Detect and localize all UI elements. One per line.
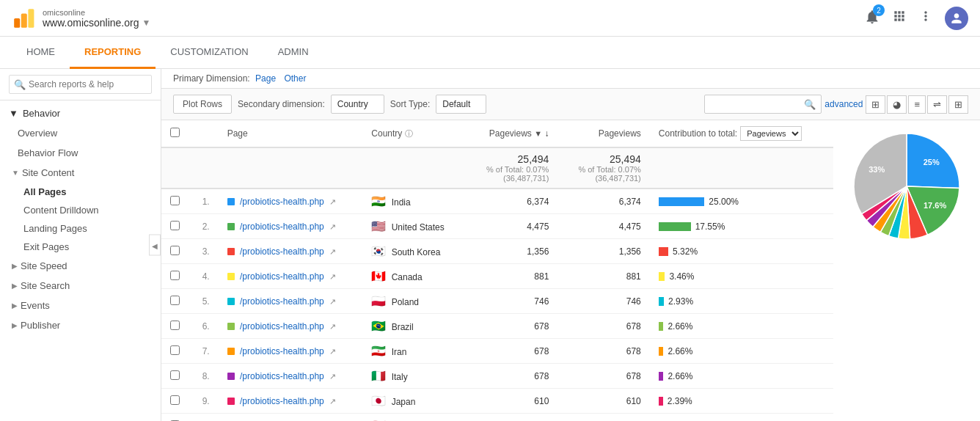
secondary-dim-dropdown[interactable]: Country: [331, 95, 384, 114]
search-input[interactable]: [9, 75, 152, 94]
row-checkbox[interactable]: [170, 271, 180, 280]
row-contribution: 17.55%: [650, 214, 833, 239]
row-checkbox[interactable]: [170, 370, 180, 380]
dropdown-arrow-icon[interactable]: ▼: [142, 18, 151, 28]
site-name: omicsonline: [43, 8, 150, 17]
page-link[interactable]: /probiotics-health.php: [240, 396, 324, 406]
row-checkbox[interactable]: [170, 196, 180, 205]
external-link-icon[interactable]: ↗: [329, 297, 336, 306]
row-checkbox-cell: [161, 264, 189, 289]
row-color-dot: [227, 248, 235, 255]
nav-reporting[interactable]: REPORTING: [70, 37, 156, 69]
external-link-icon[interactable]: ↗: [329, 247, 336, 256]
external-link-icon[interactable]: ↗: [329, 372, 336, 381]
row-checkbox[interactable]: [170, 321, 180, 330]
row-contribution: 2.66%: [650, 314, 833, 339]
row-contribution: 2.39%: [650, 389, 833, 414]
bar-icon: ≡: [914, 99, 920, 110]
sidebar-subsection-site-content[interactable]: ▼ Site Content: [0, 163, 161, 183]
plot-rows-button[interactable]: Plot Rows: [173, 95, 232, 114]
row-checkbox-cell: [161, 314, 189, 339]
row-country: 🇮🇹 Italy: [362, 364, 466, 389]
row-pageviews: 678: [466, 314, 557, 339]
advanced-link[interactable]: advanced: [824, 99, 863, 109]
country-flag: 🇺🇸: [371, 220, 386, 233]
sidebar-subsection-events[interactable]: ▶ Events: [0, 296, 161, 315]
external-link-icon[interactable]: ↗: [329, 397, 336, 406]
pageviews-sort-icon[interactable]: ↓: [544, 128, 549, 139]
secondary-dim-select[interactable]: Country: [331, 95, 384, 114]
page-link[interactable]: /probiotics-health.php: [240, 197, 324, 207]
page-link[interactable]: /probiotics-health.php: [240, 222, 324, 232]
primary-dimension-row: Primary Dimension: Page Other: [161, 69, 980, 89]
row-contribution: 25.00%: [650, 188, 833, 214]
row-page: /probiotics-health.php ↗: [219, 314, 363, 339]
external-link-icon[interactable]: ↗: [329, 272, 336, 281]
row-num: 2.: [189, 214, 219, 239]
dim-page-link[interactable]: Page: [255, 73, 276, 84]
view-bar-button[interactable]: ≡: [908, 95, 926, 114]
sidebar-subitem-content-drilldown[interactable]: Content Drilldown: [0, 201, 161, 219]
row-color-dot: [227, 348, 235, 355]
nav-customization[interactable]: CUSTOMIZATION: [156, 37, 263, 69]
sidebar-collapse-button[interactable]: ◀: [149, 235, 161, 256]
view-pie-button[interactable]: ◕: [887, 95, 907, 114]
row-checkbox[interactable]: [170, 296, 180, 305]
events-arrow: ▶: [12, 301, 18, 310]
row-checkbox[interactable]: [170, 246, 180, 255]
select-all-checkbox[interactable]: [170, 128, 180, 137]
row-pageviews2: 678: [557, 314, 649, 339]
main-nav: HOME REPORTING CUSTOMIZATION ADMIN: [0, 37, 980, 69]
page-link[interactable]: /probiotics-health.php: [240, 271, 324, 282]
external-link-icon[interactable]: ↗: [329, 347, 336, 356]
dim-other-link[interactable]: Other: [284, 73, 306, 84]
page-link[interactable]: /probiotics-health.php: [240, 371, 324, 381]
row-contribution: 2.66%: [650, 364, 833, 389]
view-grid-button[interactable]: ⊞: [866, 95, 885, 114]
row-checkbox[interactable]: [170, 345, 180, 355]
contribution-bar: [659, 222, 691, 231]
sidebar-item-behavior-flow[interactable]: Behavior Flow: [0, 143, 161, 163]
notification-button[interactable]: 2: [864, 9, 880, 27]
page-link[interactable]: /probiotics-health.php: [240, 321, 324, 332]
sidebar-subsection-publisher[interactable]: ▶ Publisher: [0, 315, 161, 335]
external-link-icon[interactable]: ↗: [329, 222, 336, 231]
sidebar-expand-icon: ▼: [9, 108, 18, 119]
site-search-label: Site Search: [21, 280, 70, 291]
row-contribution: 2.93%: [650, 289, 833, 314]
sort-type-dropdown[interactable]: Default: [436, 95, 486, 114]
contribution-select[interactable]: Pageviews: [740, 126, 802, 141]
table-search-wrap: 🔍: [704, 95, 822, 114]
sidebar-item-overview-label: Overview: [18, 128, 57, 139]
sort-type-select[interactable]: Default: [436, 95, 486, 114]
row-color-dot: [227, 198, 235, 205]
sidebar-subitem-all-pages[interactable]: All Pages: [0, 183, 161, 201]
row-checkbox[interactable]: [170, 395, 180, 405]
sidebar-section-behavior[interactable]: ▼ Behavior: [0, 100, 161, 123]
logo-area: omicsonline www.omicsonline.org ▼: [12, 7, 864, 30]
sidebar-subitem-landing-pages[interactable]: Landing Pages: [0, 219, 161, 238]
more-options-button[interactable]: [918, 9, 933, 27]
row-checkbox[interactable]: [170, 221, 180, 230]
row-checkbox-cell: [161, 389, 189, 414]
page-link[interactable]: /probiotics-health.php: [240, 246, 324, 257]
toolbar: Plot Rows Secondary dimension: Country S…: [161, 89, 980, 120]
page-link[interactable]: /probiotics-health.php: [240, 296, 324, 307]
sidebar-subsection-site-search[interactable]: ▶ Site Search: [0, 276, 161, 296]
sidebar-subsection-site-speed[interactable]: ▶ Site Speed: [0, 256, 161, 276]
pageviews-dropdown-icon[interactable]: ▼: [534, 129, 542, 138]
nav-admin[interactable]: ADMIN: [263, 37, 323, 69]
apps-button[interactable]: [892, 9, 907, 27]
row-color-dot: [227, 323, 235, 330]
page-link[interactable]: /probiotics-health.php: [240, 346, 324, 356]
user-avatar[interactable]: [945, 7, 968, 30]
sidebar-subitem-exit-pages[interactable]: Exit Pages: [0, 238, 161, 256]
sidebar-item-overview[interactable]: Overview: [0, 123, 161, 143]
nav-home[interactable]: HOME: [12, 37, 70, 69]
view-compare-button[interactable]: ⇌: [927, 95, 947, 114]
view-pivot-button[interactable]: ⊞: [948, 95, 968, 114]
ga-logo: [12, 7, 35, 30]
site-url: www.omicsonline.org ▼: [43, 17, 150, 29]
external-link-icon[interactable]: ↗: [329, 197, 336, 206]
external-link-icon[interactable]: ↗: [329, 322, 336, 331]
